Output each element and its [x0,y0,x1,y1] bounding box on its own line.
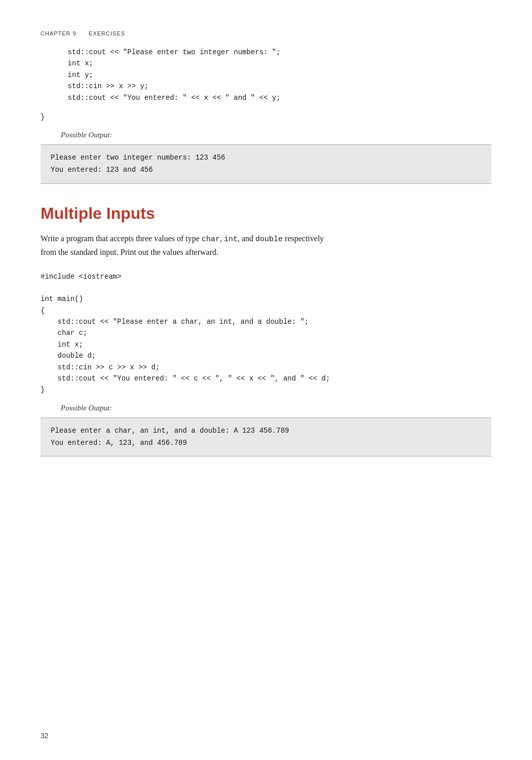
first-code-block: std::cout << "Please enter two integer n… [41,47,491,103]
chapter-label: CHAPTER 9 [41,30,77,36]
desc-int: int [224,235,238,244]
section-label: EXERCISES [89,30,125,36]
second-possible-output-label: Possible Output: [41,404,491,412]
section-description: Write a program that accepts three value… [41,232,491,259]
sc2-closing: } [41,384,491,395]
sc2-line-6: std::cout << "You entered: " << c << ", … [41,373,491,384]
desc-double: double [255,235,283,244]
desc-after: respectively [283,234,324,243]
code-line-1: std::cout << "Please enter two integer n… [51,47,491,58]
sc2-line-3: int x; [41,339,491,350]
main-line: int main() [41,293,491,305]
second-code-block: #include <iostream> int main() { std::co… [41,271,491,396]
second-output-line-1: Please enter a char, an int, and a doubl… [51,425,481,437]
open-brace: { [41,305,491,316]
code-line-5: std::cout << "You entered: " << x << " a… [51,92,491,103]
sc2-line-2: char c; [41,327,491,338]
sc2-line-1: std::cout << "Please enter a char, an in… [41,316,491,327]
page-number: 32 [41,732,49,740]
closing-brace-1: } [41,111,491,123]
desc-char: char [202,235,220,244]
chapter-header: CHAPTER 9 EXERCISES [41,30,491,36]
sc2-line-5: std::cin >> c >> x >> d; [41,362,491,373]
desc-before: Write a program that accepts three value… [41,234,202,243]
first-closing-brace: } [41,111,491,123]
second-output-line-2: You entered: A, 123, and 456.789 [51,437,481,449]
desc-comma1: , [220,234,224,243]
first-output-line-1: Please enter two integer numbers: 123 45… [51,152,481,164]
sc2-line-4: double d; [41,350,491,361]
code-line-4: std::cin >> x >> y; [51,81,491,92]
code-line-2: int x; [51,58,491,69]
first-output-line-2: You entered: 123 and 456 [51,164,481,176]
second-output-box: Please enter a char, an int, and a doubl… [41,417,491,457]
first-possible-output-label: Possible Output: [41,131,491,139]
desc-and: , and [238,234,255,243]
desc-line2: from the standard input. Print out the v… [41,248,218,256]
code-line-3: int y; [51,69,491,81]
blank-line-1 [41,282,491,293]
section-title-multiple-inputs: Multiple Inputs [41,204,491,223]
first-output-box: Please enter two integer numbers: 123 45… [41,144,491,184]
include-line: #include <iostream> [41,271,491,282]
